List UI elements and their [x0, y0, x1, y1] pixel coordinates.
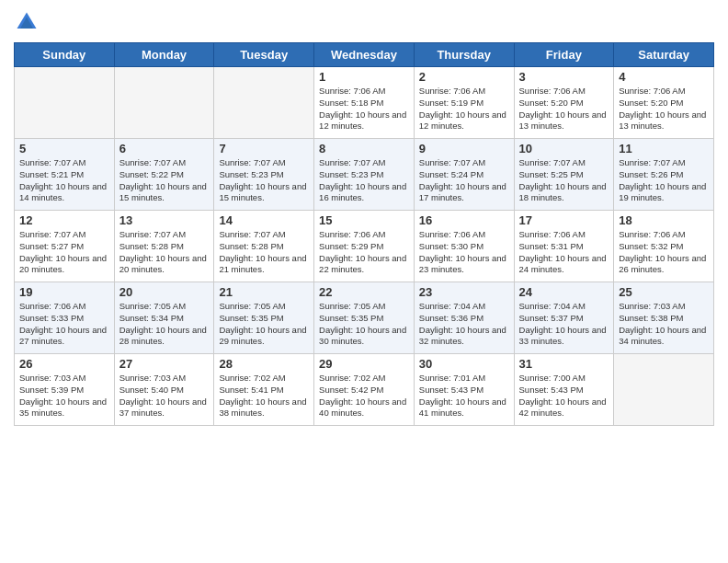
calendar-cell: 15Sunrise: 7:06 AMSunset: 5:29 PMDayligh…	[314, 211, 415, 282]
day-info: Sunrise: 7:04 AMSunset: 5:37 PMDaylight:…	[519, 301, 609, 348]
day-info: Sunrise: 7:02 AMSunset: 5:41 PMDaylight:…	[219, 373, 309, 419]
day-info: Sunrise: 7:07 AMSunset: 5:26 PMDaylight:…	[619, 157, 709, 204]
day-number: 5	[19, 142, 109, 155]
calendar-cell: 3Sunrise: 7:06 AMSunset: 5:20 PMDaylight…	[514, 67, 614, 139]
day-info: Sunrise: 7:05 AMSunset: 5:34 PMDaylight:…	[119, 301, 210, 348]
day-info: Sunrise: 7:07 AMSunset: 5:23 PMDaylight:…	[319, 157, 409, 204]
day-number: 4	[619, 70, 709, 84]
calendar-table: SundayMondayTuesdayWednesdayThursdayFrid…	[14, 42, 714, 426]
day-info: Sunrise: 7:07 AMSunset: 5:28 PMDaylight:…	[219, 229, 309, 276]
day-info: Sunrise: 7:07 AMSunset: 5:24 PMDaylight:…	[419, 157, 509, 204]
day-info: Sunrise: 7:04 AMSunset: 5:36 PMDaylight:…	[419, 301, 509, 348]
day-info: Sunrise: 7:03 AMSunset: 5:39 PMDaylight:…	[19, 373, 109, 419]
day-number: 7	[219, 142, 309, 155]
calendar-cell	[214, 67, 314, 139]
calendar-cell: 25Sunrise: 7:03 AMSunset: 5:38 PMDayligh…	[614, 282, 714, 354]
day-info: Sunrise: 7:01 AMSunset: 5:43 PMDaylight:…	[419, 373, 509, 419]
day-number: 14	[219, 213, 309, 227]
calendar-cell: 22Sunrise: 7:05 AMSunset: 5:35 PMDayligh…	[314, 282, 415, 354]
day-number: 18	[619, 213, 709, 227]
day-info: Sunrise: 7:07 AMSunset: 5:22 PMDaylight:…	[119, 157, 210, 204]
day-info: Sunrise: 7:06 AMSunset: 5:20 PMDaylight:…	[519, 86, 609, 132]
page-container: SundayMondayTuesdayWednesdayThursdayFrid…	[0, 0, 728, 431]
calendar-week-2: 5Sunrise: 7:07 AMSunset: 5:21 PMDaylight…	[15, 139, 714, 211]
day-number: 24	[519, 285, 609, 299]
calendar-cell: 21Sunrise: 7:05 AMSunset: 5:35 PMDayligh…	[214, 282, 314, 354]
day-number: 16	[419, 213, 509, 227]
logo	[14, 9, 43, 35]
day-info: Sunrise: 7:03 AMSunset: 5:38 PMDaylight:…	[619, 301, 709, 348]
day-header-monday: Monday	[114, 43, 214, 67]
day-number: 8	[319, 142, 409, 155]
calendar-week-3: 12Sunrise: 7:07 AMSunset: 5:27 PMDayligh…	[15, 211, 714, 282]
calendar-cell	[114, 67, 214, 139]
day-info: Sunrise: 7:07 AMSunset: 5:28 PMDaylight:…	[119, 229, 210, 276]
day-info: Sunrise: 7:07 AMSunset: 5:23 PMDaylight:…	[219, 157, 309, 204]
calendar-cell: 23Sunrise: 7:04 AMSunset: 5:36 PMDayligh…	[414, 282, 514, 354]
calendar-cell: 2Sunrise: 7:06 AMSunset: 5:19 PMDaylight…	[414, 67, 514, 139]
calendar-cell: 26Sunrise: 7:03 AMSunset: 5:39 PMDayligh…	[15, 354, 115, 426]
day-number: 15	[319, 213, 409, 227]
calendar-cell: 1Sunrise: 7:06 AMSunset: 5:18 PMDaylight…	[314, 67, 415, 139]
calendar-cell: 11Sunrise: 7:07 AMSunset: 5:26 PMDayligh…	[614, 139, 714, 211]
day-info: Sunrise: 7:07 AMSunset: 5:25 PMDaylight:…	[519, 157, 609, 204]
calendar-cell: 10Sunrise: 7:07 AMSunset: 5:25 PMDayligh…	[514, 139, 614, 211]
day-number: 17	[519, 213, 609, 227]
calendar-cell: 24Sunrise: 7:04 AMSunset: 5:37 PMDayligh…	[514, 282, 614, 354]
day-info: Sunrise: 7:03 AMSunset: 5:40 PMDaylight:…	[119, 373, 210, 419]
day-number: 2	[419, 70, 509, 84]
day-info: Sunrise: 7:06 AMSunset: 5:19 PMDaylight:…	[419, 86, 509, 132]
calendar-cell: 9Sunrise: 7:07 AMSunset: 5:24 PMDaylight…	[414, 139, 514, 211]
logo-icon	[14, 9, 40, 35]
calendar-cell: 28Sunrise: 7:02 AMSunset: 5:41 PMDayligh…	[214, 354, 314, 426]
day-header-sunday: Sunday	[15, 43, 115, 67]
day-number: 29	[319, 357, 409, 371]
calendar-cell: 16Sunrise: 7:06 AMSunset: 5:30 PMDayligh…	[414, 211, 514, 282]
calendar-cell: 13Sunrise: 7:07 AMSunset: 5:28 PMDayligh…	[114, 211, 214, 282]
calendar-week-4: 19Sunrise: 7:06 AMSunset: 5:33 PMDayligh…	[15, 282, 714, 354]
day-info: Sunrise: 7:06 AMSunset: 5:18 PMDaylight:…	[319, 86, 409, 132]
calendar-week-5: 26Sunrise: 7:03 AMSunset: 5:39 PMDayligh…	[15, 354, 714, 426]
day-number: 25	[619, 285, 709, 299]
calendar-cell: 19Sunrise: 7:06 AMSunset: 5:33 PMDayligh…	[15, 282, 115, 354]
calendar-cell: 14Sunrise: 7:07 AMSunset: 5:28 PMDayligh…	[214, 211, 314, 282]
calendar-cell: 8Sunrise: 7:07 AMSunset: 5:23 PMDaylight…	[314, 139, 415, 211]
calendar-cell: 17Sunrise: 7:06 AMSunset: 5:31 PMDayligh…	[514, 211, 614, 282]
calendar-cell: 27Sunrise: 7:03 AMSunset: 5:40 PMDayligh…	[114, 354, 214, 426]
day-number: 3	[519, 70, 609, 84]
calendar-cell: 12Sunrise: 7:07 AMSunset: 5:27 PMDayligh…	[15, 211, 115, 282]
day-number: 27	[119, 357, 210, 371]
calendar-cell: 5Sunrise: 7:07 AMSunset: 5:21 PMDaylight…	[15, 139, 115, 211]
calendar-cell: 6Sunrise: 7:07 AMSunset: 5:22 PMDaylight…	[114, 139, 214, 211]
day-info: Sunrise: 7:06 AMSunset: 5:20 PMDaylight:…	[619, 86, 709, 132]
calendar-cell	[15, 67, 115, 139]
day-header-tuesday: Tuesday	[214, 43, 314, 67]
day-info: Sunrise: 7:06 AMSunset: 5:30 PMDaylight:…	[419, 229, 509, 276]
day-number: 31	[519, 357, 609, 371]
day-info: Sunrise: 7:00 AMSunset: 5:43 PMDaylight:…	[519, 373, 609, 419]
day-number: 10	[519, 142, 609, 155]
day-number: 1	[319, 70, 409, 84]
day-info: Sunrise: 7:06 AMSunset: 5:33 PMDaylight:…	[19, 301, 109, 348]
day-number: 6	[119, 142, 210, 155]
day-number: 13	[119, 213, 210, 227]
calendar-cell: 18Sunrise: 7:06 AMSunset: 5:32 PMDayligh…	[614, 211, 714, 282]
header	[14, 9, 714, 35]
calendar-cell	[614, 354, 714, 426]
day-number: 28	[219, 357, 309, 371]
day-info: Sunrise: 7:07 AMSunset: 5:21 PMDaylight:…	[19, 157, 109, 204]
day-info: Sunrise: 7:06 AMSunset: 5:29 PMDaylight:…	[319, 229, 409, 276]
day-info: Sunrise: 7:02 AMSunset: 5:42 PMDaylight:…	[319, 373, 409, 419]
day-header-thursday: Thursday	[414, 43, 514, 67]
calendar-week-1: 1Sunrise: 7:06 AMSunset: 5:18 PMDaylight…	[15, 67, 714, 139]
calendar-cell: 4Sunrise: 7:06 AMSunset: 5:20 PMDaylight…	[614, 67, 714, 139]
calendar-cell: 31Sunrise: 7:00 AMSunset: 5:43 PMDayligh…	[514, 354, 614, 426]
calendar-header-row: SundayMondayTuesdayWednesdayThursdayFrid…	[15, 43, 714, 67]
day-number: 23	[419, 285, 509, 299]
day-number: 21	[219, 285, 309, 299]
calendar-cell: 30Sunrise: 7:01 AMSunset: 5:43 PMDayligh…	[414, 354, 514, 426]
calendar-cell: 29Sunrise: 7:02 AMSunset: 5:42 PMDayligh…	[314, 354, 415, 426]
day-number: 11	[619, 142, 709, 155]
day-number: 26	[19, 357, 109, 371]
day-number: 20	[119, 285, 210, 299]
